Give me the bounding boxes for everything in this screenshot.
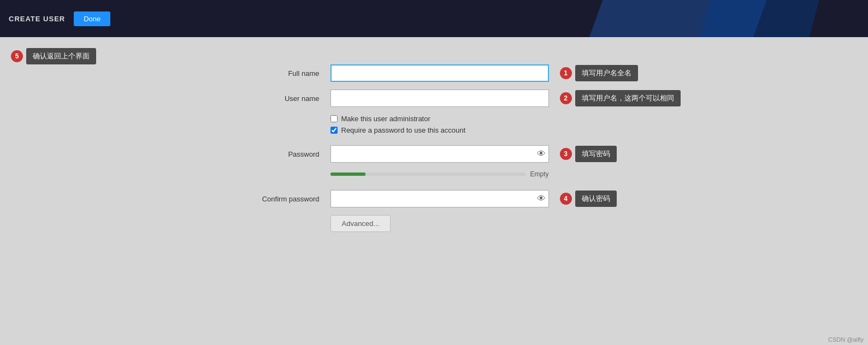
footer: CSDN @aifly [828, 336, 864, 343]
password-label: Password [243, 150, 320, 158]
annotation-5-number: 5 [11, 50, 23, 62]
full-name-row: Full name 1 填写用户名全名 [52, 64, 817, 82]
make-admin-row[interactable]: Make this user administrator [330, 115, 549, 123]
user-name-input-cell [330, 90, 549, 107]
strength-bar-cell: Empty [330, 170, 549, 185]
annotation-2-cell: 2 填写用户名，这两个可以相同 [560, 90, 713, 106]
annotation-4-number: 4 [560, 193, 572, 205]
checkboxes-row: Make this user administrator Require a p… [52, 115, 817, 141]
full-name-label: Full name [243, 69, 320, 78]
advanced-row: Advanced... [52, 215, 817, 232]
require-password-label: Require a password to use this account [341, 126, 466, 134]
user-name-input[interactable] [330, 90, 549, 107]
header-bar: CREATE USER Done [0, 0, 868, 37]
full-name-input-cell [330, 64, 549, 82]
password-eye-icon[interactable]: 👁 [537, 149, 546, 159]
strength-row: Empty [52, 170, 817, 185]
strength-text: Empty [530, 170, 548, 178]
form-fields: Full name 1 填写用户名全名 User name 2 填写用户 [0, 64, 868, 240]
password-input[interactable] [330, 145, 549, 163]
require-password-checkbox[interactable] [330, 127, 338, 134]
advanced-button-cell: Advanced... [330, 215, 549, 232]
footer-text: CSDN @aifly [828, 336, 864, 343]
checkbox-group: Make this user administrator Require a p… [330, 115, 549, 134]
make-admin-checkbox[interactable] [330, 115, 338, 122]
checkboxes-cell: Make this user administrator Require a p… [330, 115, 549, 141]
annotation-3-label: 填写密码 [575, 146, 617, 162]
password-input-wrapper: 👁 [330, 145, 549, 163]
strength-bar-row: Empty [330, 170, 549, 178]
annotation-2-label: 填写用户名，这两个可以相同 [575, 90, 681, 106]
annotation-5-label: 确认返回上个界面 [26, 48, 96, 64]
confirm-password-input-wrapper: 👁 [330, 190, 549, 207]
annotation-3-cell: 3 填写密码 [560, 146, 713, 162]
annotation-3-number: 3 [560, 148, 572, 160]
advanced-button[interactable]: Advanced... [330, 215, 391, 232]
annotation-4-cell: 4 确认密码 [560, 191, 713, 207]
make-admin-label: Make this user administrator [341, 115, 430, 123]
confirm-password-input-cell: 👁 [330, 190, 549, 207]
password-input-cell: 👁 [330, 145, 549, 163]
confirm-password-row: Confirm password 👁 4 确认密码 [52, 190, 817, 207]
confirm-password-eye-icon[interactable]: 👁 [537, 194, 546, 204]
annotation-2-number: 2 [560, 92, 572, 104]
strength-bar-fill [330, 172, 365, 176]
page-title: CREATE USER [9, 15, 65, 23]
annotation-4-label: 确认密码 [575, 191, 617, 207]
user-name-label: User name [243, 94, 320, 103]
main-content: 5 确认返回上个界面 Full name 1 填写用户名全名 User name [0, 37, 868, 345]
require-password-row[interactable]: Require a password to use this account [330, 126, 549, 134]
full-name-input[interactable] [330, 64, 549, 82]
form-area: Full name 1 填写用户名全名 User name 2 填写用户 [0, 48, 868, 256]
strength-bar-container [330, 172, 526, 176]
user-name-row: User name 2 填写用户名，这两个可以相同 [52, 90, 817, 107]
password-row: Password 👁 3 填写密码 [52, 145, 817, 163]
confirm-password-label: Confirm password [243, 195, 320, 203]
annotation-1-cell: 1 填写用户名全名 [560, 65, 713, 81]
annotation-1-label: 填写用户名全名 [575, 65, 638, 81]
annotation-1-number: 1 [560, 67, 572, 79]
annotation-5-container: 5 确认返回上个界面 [11, 48, 96, 64]
confirm-password-input[interactable] [330, 190, 549, 207]
done-button[interactable]: Done [74, 11, 110, 26]
